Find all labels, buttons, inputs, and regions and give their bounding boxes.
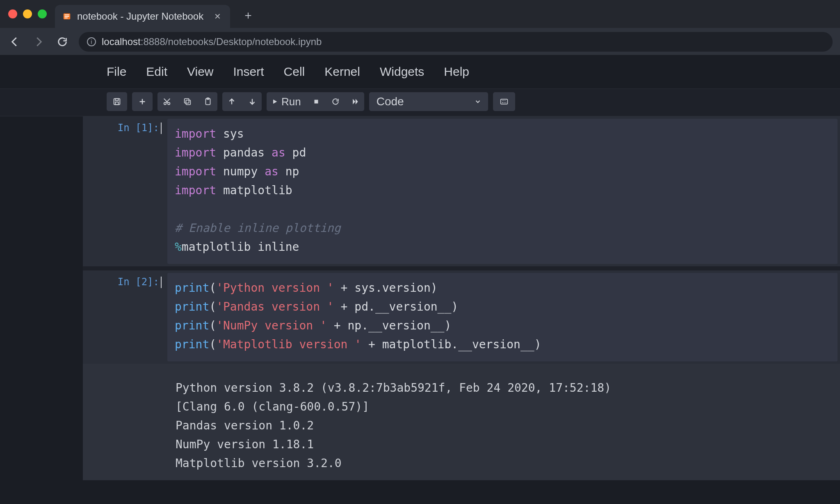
svg-rect-6 xyxy=(115,102,118,104)
chevron-down-icon xyxy=(474,98,482,105)
run-button[interactable]: Run xyxy=(267,92,306,111)
menu-view[interactable]: View xyxy=(187,65,213,79)
window-close-button[interactable] xyxy=(8,9,17,18)
interrupt-button[interactable] xyxy=(308,92,325,111)
browser-tab[interactable]: notebook - Jupyter Notebook ✕ xyxy=(55,5,230,28)
input-prompt: In [2]: xyxy=(85,270,167,364)
browser-chrome: notebook - Jupyter Notebook ✕ ＋ i localh… xyxy=(0,0,840,55)
menu-widgets[interactable]: Widgets xyxy=(380,65,424,79)
copy-button[interactable] xyxy=(178,92,197,111)
forward-button[interactable] xyxy=(31,34,46,49)
edit-group xyxy=(158,92,217,111)
output-text: Python version 3.8.2 (v3.8.2:7b3ab5921f,… xyxy=(165,373,840,480)
insert-cell-below-button[interactable] xyxy=(132,92,153,111)
cell-divider xyxy=(83,266,840,270)
site-info-icon[interactable]: i xyxy=(87,37,96,46)
cell-type-value: Code xyxy=(377,95,404,108)
url-text: localhost:8888/notebooks/Desktop/noteboo… xyxy=(102,36,322,48)
code-cell[interactable]: In [2]: print('Python version ' + sys.ve… xyxy=(83,270,840,364)
back-button[interactable] xyxy=(7,34,22,49)
tab-strip: notebook - Jupyter Notebook ✕ ＋ xyxy=(0,0,840,28)
save-button[interactable] xyxy=(107,92,127,111)
menu-cell[interactable]: Cell xyxy=(284,65,305,79)
window-minimize-button[interactable] xyxy=(23,9,32,18)
move-group xyxy=(222,92,262,111)
browser-toolbar: i localhost:8888/notebooks/Desktop/noteb… xyxy=(0,28,840,55)
jupyter-favicon-icon xyxy=(62,12,71,21)
browser-tab-title: notebook - Jupyter Notebook xyxy=(77,11,203,22)
paste-button[interactable] xyxy=(199,92,217,111)
svg-rect-9 xyxy=(186,100,190,104)
svg-rect-14 xyxy=(500,99,507,104)
command-palette-button[interactable] xyxy=(493,92,515,111)
svg-rect-3 xyxy=(65,18,68,18)
menu-file[interactable]: File xyxy=(107,65,126,79)
menu-kernel[interactable]: Kernel xyxy=(324,65,360,79)
output-prompt: . xyxy=(83,373,165,480)
input-prompt: In [1]: xyxy=(85,116,167,266)
menu-edit[interactable]: Edit xyxy=(146,65,167,79)
restart-run-all-button[interactable] xyxy=(346,92,364,111)
run-group: Run xyxy=(267,92,364,111)
tab-close-icon[interactable]: ✕ xyxy=(214,11,221,21)
svg-rect-10 xyxy=(185,99,189,103)
svg-rect-5 xyxy=(115,99,118,101)
svg-point-7 xyxy=(164,102,167,105)
jupyter-toolbar: Run Code xyxy=(0,89,840,116)
move-up-button[interactable] xyxy=(222,92,241,111)
move-down-button[interactable] xyxy=(243,92,262,111)
svg-rect-1 xyxy=(65,14,69,15)
svg-rect-2 xyxy=(65,16,69,17)
cut-button[interactable] xyxy=(158,92,176,111)
cells-container: In [1]: import sys import pandas as pd i… xyxy=(0,116,840,480)
window-controls xyxy=(8,9,47,18)
menu-insert[interactable]: Insert xyxy=(233,65,264,79)
reload-button[interactable] xyxy=(55,34,70,49)
code-cell[interactable]: In [1]: import sys import pandas as pd i… xyxy=(83,116,840,266)
menu-help[interactable]: Help xyxy=(444,65,469,79)
code-editor[interactable]: import sys import pandas as pd import nu… xyxy=(167,119,838,264)
cell-type-select[interactable]: Code xyxy=(369,92,488,111)
address-bar[interactable]: i localhost:8888/notebooks/Desktop/noteb… xyxy=(79,32,833,52)
run-button-label: Run xyxy=(281,95,301,108)
restart-button[interactable] xyxy=(326,92,345,111)
output-cell: . Python version 3.8.2 (v3.8.2:7b3ab5921… xyxy=(83,364,840,480)
svg-point-8 xyxy=(168,102,170,105)
jupyter-menubar: File Edit View Insert Cell Kernel Widget… xyxy=(0,55,840,89)
window-zoom-button[interactable] xyxy=(38,9,47,18)
code-editor[interactable]: print('Python version ' + sys.version) p… xyxy=(167,273,838,361)
svg-rect-13 xyxy=(314,100,318,104)
new-tab-button[interactable]: ＋ xyxy=(238,7,258,23)
notebook: File Edit View Insert Cell Kernel Widget… xyxy=(0,55,840,480)
